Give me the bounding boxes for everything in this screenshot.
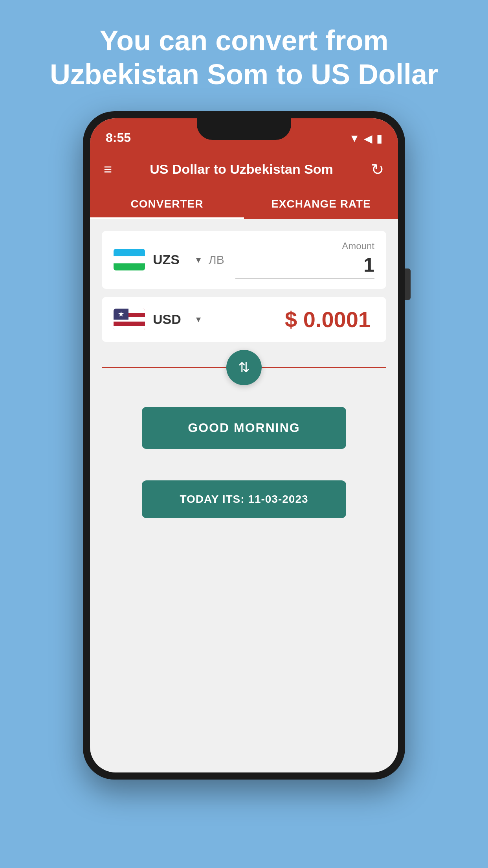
phone-screen: 8:55 ▼ ◀ ▮ ≡ US Dollar to Uzbekistan Som… <box>90 118 398 772</box>
uzs-flag <box>114 249 145 270</box>
from-currency-dropdown-arrow[interactable]: ▾ <box>196 254 201 265</box>
usd-flag <box>114 309 145 330</box>
amount-label: Amount <box>235 241 374 252</box>
status-time: 8:55 <box>106 131 131 145</box>
phone-notch <box>197 118 291 140</box>
from-currency-symbol: ЛВ <box>209 253 224 267</box>
wifi-icon: ▼ <box>349 132 360 145</box>
tabs-bar: CONVERTER EXCHANGE RATE <box>90 189 398 219</box>
date-button[interactable]: TODAY ITS: 11-03-2023 <box>142 480 346 518</box>
to-currency-row: USD ▾ $ 0.0001 <box>102 297 386 342</box>
converted-amount: $ 0.0001 <box>285 307 374 332</box>
to-currency-dropdown-arrow[interactable]: ▾ <box>196 314 201 325</box>
tab-converter[interactable]: CONVERTER <box>90 189 244 219</box>
battery-icon: ▮ <box>376 132 382 145</box>
phone-side-button <box>405 268 411 300</box>
promo-text: You can convert from Uzbekistan Som to U… <box>0 0 488 111</box>
amount-input[interactable] <box>235 254 374 279</box>
swap-icon: ⇅ <box>238 359 250 376</box>
converted-amount-section: $ 0.0001 <box>209 307 374 332</box>
to-currency-code[interactable]: USD <box>153 312 192 327</box>
amount-section: Amount <box>235 241 374 279</box>
swap-section: ⇅ <box>102 350 386 385</box>
hamburger-icon[interactable]: ≡ <box>104 161 112 178</box>
app-header: ≡ US Dollar to Uzbekistan Som ↻ <box>90 150 398 189</box>
refresh-icon[interactable]: ↻ <box>371 160 384 178</box>
main-content: UZS ▾ ЛВ Amount <box>90 219 398 546</box>
from-currency-row: UZS ▾ ЛВ Amount <box>102 231 386 289</box>
status-icons: ▼ ◀ ▮ <box>349 132 382 145</box>
bottom-area: GOOD MORNING TODAY ITS: 11-03-2023 <box>102 391 386 534</box>
greeting-button[interactable]: GOOD MORNING <box>142 407 346 449</box>
phone-shell: 8:55 ▼ ◀ ▮ ≡ US Dollar to Uzbekistan Som… <box>83 111 405 780</box>
swap-button[interactable]: ⇅ <box>226 350 262 385</box>
from-currency-code[interactable]: UZS <box>153 252 192 267</box>
signal-icon: ◀ <box>364 132 372 145</box>
tab-exchange-rate[interactable]: EXCHANGE RATE <box>244 189 398 219</box>
header-title: US Dollar to Uzbekistan Som <box>112 162 371 177</box>
